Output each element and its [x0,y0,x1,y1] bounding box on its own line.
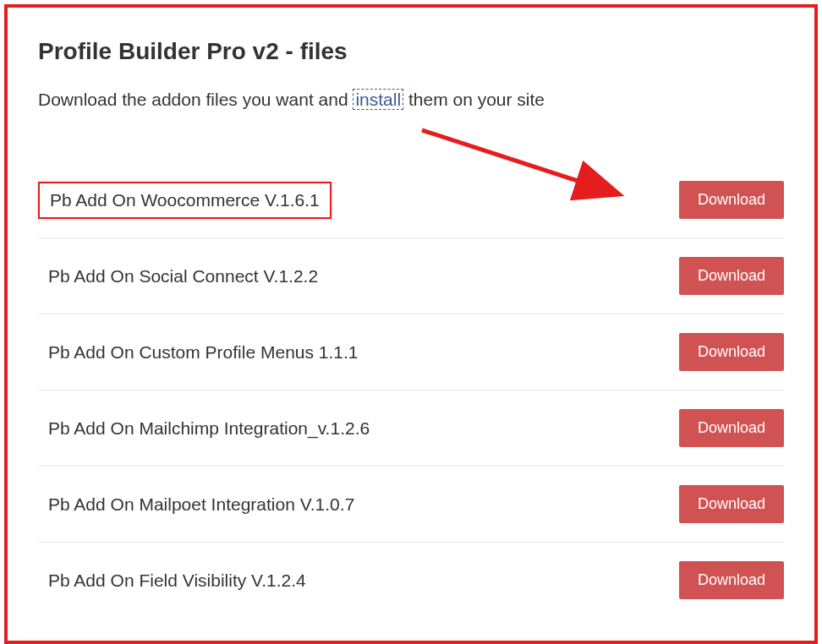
description-before: Download the addon files you want and [38,90,353,109]
addon-name: Pb Add On Social Connect V.1.2.2 [38,259,328,293]
addon-row: Pb Add On Field Visibility V.1.2.4 Downl… [38,543,784,618]
install-link[interactable]: install [353,89,403,110]
addon-row: Pb Add On Social Connect V.1.2.2 Downloa… [38,238,784,314]
download-button[interactable]: Download [679,333,784,371]
addon-row: Pb Add On Mailchimp Integration_v.1.2.6 … [38,390,784,467]
download-button[interactable]: Download [679,561,784,599]
addon-name: Pb Add On Mailchimp Integration_v.1.2.6 [38,412,380,445]
download-button[interactable]: Download [679,181,784,219]
addon-list: Pb Add On Woocommerce V.1.6.1 Download P… [38,162,784,618]
addon-name: Pb Add On Custom Profile Menus 1.1.1 [38,336,369,369]
download-button[interactable]: Download [679,257,784,295]
annotation-frame: Profile Builder Pro v2 - files Download … [4,4,818,644]
description-after: them on your site [403,90,545,109]
addon-row: Pb Add On Woocommerce V.1.6.1 Download [38,162,784,238]
addon-name-highlighted: Pb Add On Woocommerce V.1.6.1 [38,182,332,219]
description-text: Download the addon files you want and in… [38,87,784,112]
addon-name: Pb Add On Mailpoet Integration V.1.0.7 [38,488,364,521]
addon-row: Pb Add On Custom Profile Menus 1.1.1 Dow… [38,314,784,390]
download-button[interactable]: Download [679,409,784,447]
addon-name: Pb Add On Field Visibility V.1.2.4 [38,564,316,598]
addon-row: Pb Add On Mailpoet Integration V.1.0.7 D… [38,467,784,543]
page-title: Profile Builder Pro v2 - files [38,38,784,65]
download-button[interactable]: Download [679,485,784,523]
